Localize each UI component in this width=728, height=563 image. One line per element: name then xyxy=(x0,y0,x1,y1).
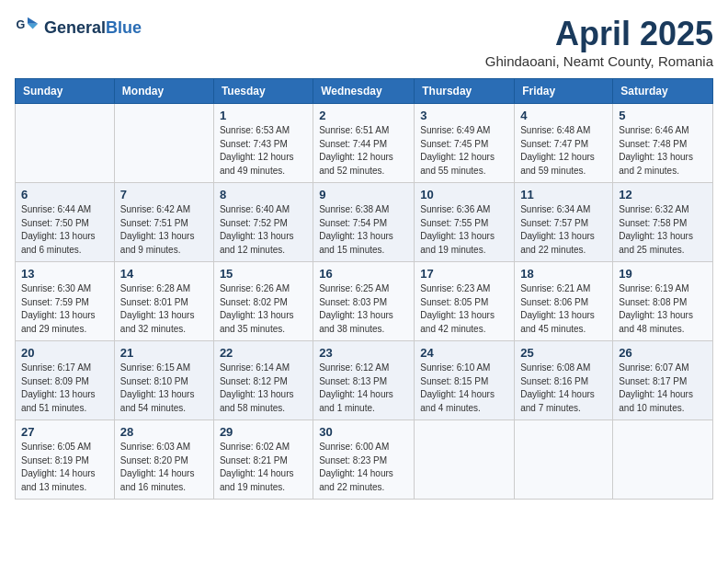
day-cell: 30Sunrise: 6:00 AM Sunset: 8:23 PM Dayli… xyxy=(313,420,415,500)
day-number: 21 xyxy=(120,346,208,360)
day-info: Sunrise: 6:02 AM Sunset: 8:21 PM Dayligh… xyxy=(220,441,307,494)
header-cell-tuesday: Tuesday xyxy=(213,79,313,104)
day-cell: 7Sunrise: 6:42 AM Sunset: 7:51 PM Daylig… xyxy=(114,183,213,262)
day-info: Sunrise: 6:17 AM Sunset: 8:09 PM Dayligh… xyxy=(21,362,108,415)
day-info: Sunrise: 6:51 AM Sunset: 7:44 PM Dayligh… xyxy=(319,124,408,178)
day-cell: 1Sunrise: 6:53 AM Sunset: 7:43 PM Daylig… xyxy=(213,104,313,183)
day-info: Sunrise: 6:19 AM Sunset: 8:08 PM Dayligh… xyxy=(619,282,707,336)
day-info: Sunrise: 6:32 AM Sunset: 7:58 PM Dayligh… xyxy=(619,203,707,257)
day-cell xyxy=(515,420,613,500)
day-number: 19 xyxy=(619,267,707,281)
day-number: 20 xyxy=(21,346,108,360)
day-number: 14 xyxy=(120,267,208,281)
day-number: 17 xyxy=(420,267,508,281)
header-cell-thursday: Thursday xyxy=(415,79,515,104)
day-info: Sunrise: 6:25 AM Sunset: 8:03 PM Dayligh… xyxy=(319,282,408,336)
day-cell: 15Sunrise: 6:26 AM Sunset: 8:02 PM Dayli… xyxy=(213,262,313,341)
day-cell: 2Sunrise: 6:51 AM Sunset: 7:44 PM Daylig… xyxy=(313,104,415,183)
day-cell: 22Sunrise: 6:14 AM Sunset: 8:12 PM Dayli… xyxy=(213,341,313,420)
logo: G GeneralBlue xyxy=(15,15,142,40)
day-cell: 10Sunrise: 6:36 AM Sunset: 7:55 PM Dayli… xyxy=(415,183,515,262)
calendar-header: SundayMondayTuesdayWednesdayThursdayFrid… xyxy=(16,79,713,104)
day-cell: 3Sunrise: 6:49 AM Sunset: 7:45 PM Daylig… xyxy=(415,104,515,183)
day-info: Sunrise: 6:21 AM Sunset: 8:06 PM Dayligh… xyxy=(520,282,607,336)
logo-general: General xyxy=(44,18,106,37)
day-cell: 19Sunrise: 6:19 AM Sunset: 8:08 PM Dayli… xyxy=(613,262,713,341)
day-cell: 27Sunrise: 6:05 AM Sunset: 8:19 PM Dayli… xyxy=(16,420,115,500)
header-row: SundayMondayTuesdayWednesdayThursdayFrid… xyxy=(16,79,713,104)
header-cell-friday: Friday xyxy=(515,79,613,104)
day-cell: 13Sunrise: 6:30 AM Sunset: 7:59 PM Dayli… xyxy=(16,262,115,341)
day-info: Sunrise: 6:49 AM Sunset: 7:45 PM Dayligh… xyxy=(420,124,508,178)
day-info: Sunrise: 6:10 AM Sunset: 8:15 PM Dayligh… xyxy=(420,362,508,415)
day-cell: 17Sunrise: 6:23 AM Sunset: 8:05 PM Dayli… xyxy=(415,262,515,341)
day-info: Sunrise: 6:12 AM Sunset: 8:13 PM Dayligh… xyxy=(319,362,408,415)
day-cell xyxy=(114,104,213,183)
day-number: 15 xyxy=(220,267,307,281)
day-cell: 8Sunrise: 6:40 AM Sunset: 7:52 PM Daylig… xyxy=(213,183,313,262)
day-cell: 28Sunrise: 6:03 AM Sunset: 8:20 PM Dayli… xyxy=(114,420,213,500)
week-row-4: 20Sunrise: 6:17 AM Sunset: 8:09 PM Dayli… xyxy=(16,341,713,420)
day-number: 3 xyxy=(420,109,508,122)
day-cell: 9Sunrise: 6:38 AM Sunset: 7:54 PM Daylig… xyxy=(313,183,415,262)
day-number: 11 xyxy=(520,188,607,201)
day-cell: 16Sunrise: 6:25 AM Sunset: 8:03 PM Dayli… xyxy=(313,262,415,341)
day-number: 12 xyxy=(619,188,707,201)
day-number: 1 xyxy=(220,109,307,122)
calendar-table: SundayMondayTuesdayWednesdayThursdayFrid… xyxy=(15,78,713,500)
day-cell xyxy=(16,104,115,183)
title-area: April 2025 Ghindaoani, Neamt County, Rom… xyxy=(485,15,713,69)
day-cell: 20Sunrise: 6:17 AM Sunset: 8:09 PM Dayli… xyxy=(16,341,115,420)
day-cell: 29Sunrise: 6:02 AM Sunset: 8:21 PM Dayli… xyxy=(213,420,313,500)
svg-text:G: G xyxy=(16,18,25,31)
day-info: Sunrise: 6:05 AM Sunset: 8:19 PM Dayligh… xyxy=(21,441,108,494)
day-cell: 14Sunrise: 6:28 AM Sunset: 8:01 PM Dayli… xyxy=(114,262,213,341)
day-number: 18 xyxy=(520,267,607,281)
logo-icon: G xyxy=(15,15,40,40)
day-cell: 18Sunrise: 6:21 AM Sunset: 8:06 PM Dayli… xyxy=(515,262,613,341)
day-cell: 12Sunrise: 6:32 AM Sunset: 7:58 PM Dayli… xyxy=(613,183,713,262)
day-info: Sunrise: 6:36 AM Sunset: 7:55 PM Dayligh… xyxy=(420,203,508,257)
day-number: 29 xyxy=(220,425,307,439)
day-cell: 23Sunrise: 6:12 AM Sunset: 8:13 PM Dayli… xyxy=(313,341,415,420)
day-cell: 11Sunrise: 6:34 AM Sunset: 7:57 PM Dayli… xyxy=(515,183,613,262)
day-number: 24 xyxy=(420,346,508,360)
week-row-3: 13Sunrise: 6:30 AM Sunset: 7:59 PM Dayli… xyxy=(16,262,713,341)
day-cell: 26Sunrise: 6:07 AM Sunset: 8:17 PM Dayli… xyxy=(613,341,713,420)
calendar-title: April 2025 xyxy=(485,15,713,53)
day-cell: 5Sunrise: 6:46 AM Sunset: 7:48 PM Daylig… xyxy=(613,104,713,183)
day-cell xyxy=(613,420,713,500)
logo-text: GeneralBlue xyxy=(44,18,142,38)
svg-marker-3 xyxy=(28,24,38,29)
day-number: 9 xyxy=(319,188,408,201)
day-number: 8 xyxy=(220,188,307,201)
day-number: 26 xyxy=(619,346,707,360)
day-number: 4 xyxy=(520,109,607,122)
header-cell-saturday: Saturday xyxy=(613,79,713,104)
svg-marker-2 xyxy=(28,17,38,24)
day-info: Sunrise: 6:46 AM Sunset: 7:48 PM Dayligh… xyxy=(619,124,707,178)
day-info: Sunrise: 6:03 AM Sunset: 8:20 PM Dayligh… xyxy=(120,441,208,494)
logo-blue: Blue xyxy=(106,18,142,37)
day-info: Sunrise: 6:26 AM Sunset: 8:02 PM Dayligh… xyxy=(220,282,307,336)
day-cell xyxy=(415,420,515,500)
calendar-subtitle: Ghindaoani, Neamt County, Romania xyxy=(485,53,713,69)
header-cell-wednesday: Wednesday xyxy=(313,79,415,104)
day-info: Sunrise: 6:30 AM Sunset: 7:59 PM Dayligh… xyxy=(21,282,108,336)
day-number: 22 xyxy=(220,346,307,360)
day-info: Sunrise: 6:23 AM Sunset: 8:05 PM Dayligh… xyxy=(420,282,508,336)
day-info: Sunrise: 6:34 AM Sunset: 7:57 PM Dayligh… xyxy=(520,203,607,257)
day-info: Sunrise: 6:07 AM Sunset: 8:17 PM Dayligh… xyxy=(619,362,707,415)
day-number: 28 xyxy=(120,425,208,439)
day-number: 16 xyxy=(319,267,408,281)
day-info: Sunrise: 6:15 AM Sunset: 8:10 PM Dayligh… xyxy=(120,362,208,415)
day-info: Sunrise: 6:40 AM Sunset: 7:52 PM Dayligh… xyxy=(220,203,307,257)
day-info: Sunrise: 6:48 AM Sunset: 7:47 PM Dayligh… xyxy=(520,124,607,178)
calendar-body: 1Sunrise: 6:53 AM Sunset: 7:43 PM Daylig… xyxy=(16,104,713,500)
day-cell: 4Sunrise: 6:48 AM Sunset: 7:47 PM Daylig… xyxy=(515,104,613,183)
day-info: Sunrise: 6:42 AM Sunset: 7:51 PM Dayligh… xyxy=(120,203,208,257)
header-cell-sunday: Sunday xyxy=(16,79,115,104)
day-number: 2 xyxy=(319,109,408,122)
week-row-2: 6Sunrise: 6:44 AM Sunset: 7:50 PM Daylig… xyxy=(16,183,713,262)
day-number: 10 xyxy=(420,188,508,201)
